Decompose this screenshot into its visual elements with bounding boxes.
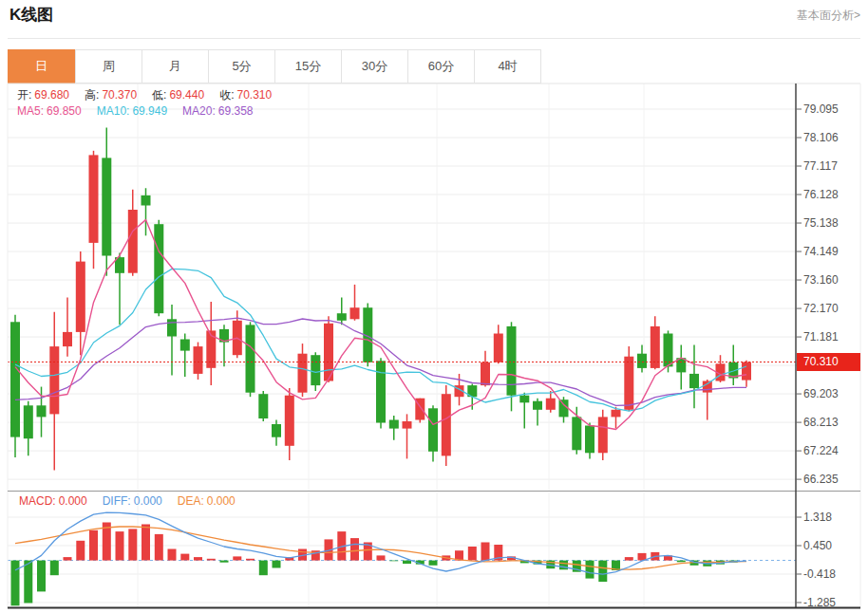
ma-legend: MA5:69.850MA10:69.949MA20:69.358 bbox=[17, 104, 269, 118]
main-axis-label: 75.138 bbox=[803, 216, 859, 230]
main-axis-label: 68.213 bbox=[803, 416, 859, 429]
current-price-tag: 70.310 bbox=[797, 353, 860, 371]
main-axis-label: 74.149 bbox=[803, 245, 859, 258]
kline-page: K线图 基本面分析> 日 周 月 5分 15分 30分 60分 4时 开:69.… bbox=[0, 0, 868, 613]
macd-axis-label: 0.450 bbox=[803, 539, 859, 552]
macd-lines bbox=[15, 512, 746, 574]
main-axis-label: 67.224 bbox=[803, 444, 859, 457]
ma10-label: MA10: bbox=[97, 104, 130, 118]
main-axis-label: 78.106 bbox=[803, 131, 859, 144]
macd-axis-label: 1.318 bbox=[803, 511, 859, 524]
ma5-value: 69.850 bbox=[47, 104, 82, 118]
macd-axis-label: -1.285 bbox=[803, 596, 859, 609]
main-axis-label: 76.128 bbox=[803, 188, 859, 201]
open-label: 开: bbox=[17, 88, 31, 102]
candles-layer bbox=[10, 128, 751, 471]
open-value: 69.680 bbox=[34, 88, 69, 102]
low-label: 低: bbox=[152, 88, 166, 102]
dea-label: DEA: bbox=[178, 494, 204, 508]
close-value: 70.310 bbox=[236, 88, 272, 102]
ma5-label: MA5: bbox=[17, 104, 44, 118]
macd-value: 0.000 bbox=[59, 494, 87, 508]
main-axis-label: 73.160 bbox=[803, 273, 859, 287]
dea-value: 0.000 bbox=[207, 494, 236, 508]
main-axis-label: 66.235 bbox=[803, 473, 859, 486]
diff-label: DIFF: bbox=[103, 494, 131, 508]
main-axis-label: 77.117 bbox=[803, 159, 859, 173]
macd-label: MACD: bbox=[19, 494, 56, 508]
main-axis-label: 69.203 bbox=[803, 387, 859, 400]
macd-legend: MACD:0.000DIFF:0.000DEA:0.000 bbox=[19, 494, 251, 508]
macd-histogram bbox=[11, 523, 738, 606]
ma20-label: MA20: bbox=[182, 104, 216, 118]
ma10-value: 69.949 bbox=[132, 104, 167, 118]
diff-value: 0.000 bbox=[134, 494, 162, 508]
low-value: 69.440 bbox=[169, 88, 204, 102]
ohlc-legend: 开:69.680高:70.370低:69.440收:70.310 bbox=[17, 87, 287, 103]
ma20-value: 69.358 bbox=[218, 104, 254, 118]
macd-axis-label: -0.418 bbox=[803, 567, 859, 581]
main-axis-label: 71.181 bbox=[803, 330, 859, 344]
high-label: 高: bbox=[85, 88, 99, 102]
main-axis-label: 72.170 bbox=[803, 302, 859, 315]
close-label: 收: bbox=[219, 88, 234, 102]
main-axis-label: 79.095 bbox=[803, 102, 859, 116]
high-value: 70.370 bbox=[102, 88, 137, 102]
